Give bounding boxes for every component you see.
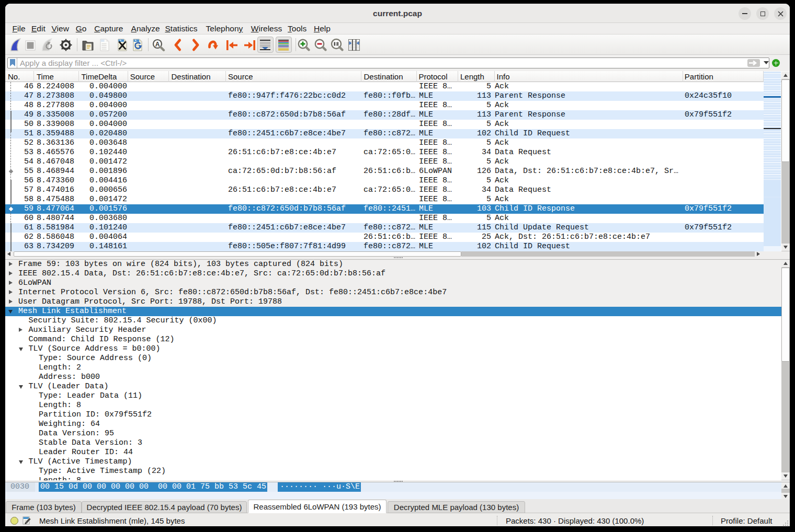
svg-text:A: A xyxy=(155,41,160,48)
